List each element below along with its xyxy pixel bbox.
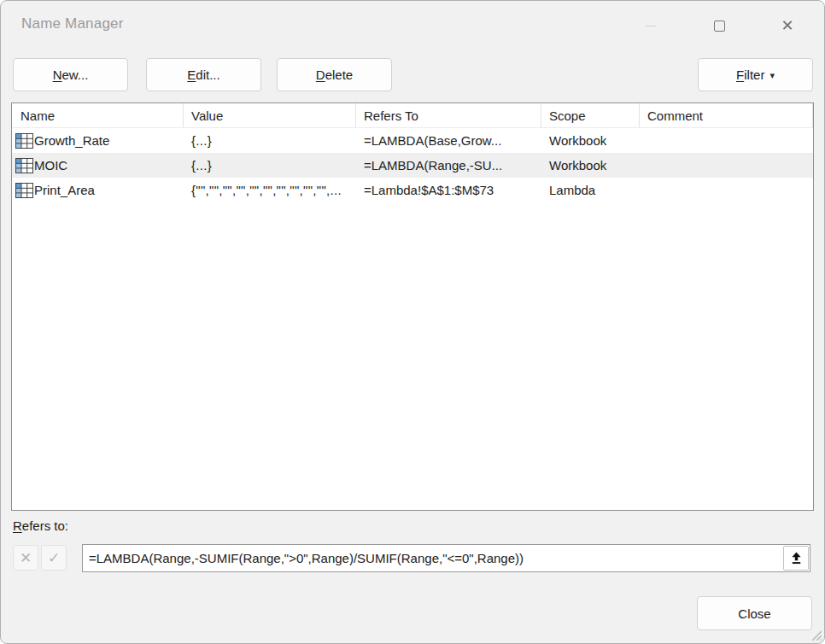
table-header-row: Name Value Refers To Scope Comment — [12, 103, 813, 128]
column-header-name[interactable]: Name — [12, 103, 184, 127]
defined-name-icon — [15, 133, 33, 149]
value-cell: {"","","","","","","","","","",... — [184, 183, 356, 197]
chevron-down-icon: ▾ — [769, 70, 775, 81]
close-button-label: Close — [738, 606, 770, 621]
scope-cell: Lambda — [541, 183, 640, 197]
defined-name-icon — [15, 183, 33, 198]
refers-to-input[interactable] — [82, 544, 810, 572]
scope-cell: Workbook — [541, 158, 640, 173]
filter-button-label: Filter — [736, 67, 764, 82]
table-row-growth-rate[interactable]: Growth_Rate {...} =LAMBDA(Base,Grow... W… — [12, 128, 813, 153]
scope-cell: Workbook — [541, 133, 640, 148]
name-cell: MOIC — [34, 158, 67, 173]
close-button[interactable]: Close — [697, 596, 812, 630]
column-header-comment[interactable]: Comment — [640, 103, 813, 127]
cancel-x-icon: ✕ — [20, 549, 32, 567]
refers-to-field-group — [82, 544, 810, 572]
edit-button-label: Edit... — [187, 67, 219, 82]
refers-to-cell: =LAMBDA(Base,Grow... — [356, 133, 541, 148]
new-button[interactable]: New... — [13, 58, 128, 91]
refers-to-cell: =Lambda!$A$1:$M$73 — [356, 183, 541, 197]
names-table: Name Value Refers To Scope Comment Growt… — [11, 102, 814, 511]
close-window-button[interactable]: ✕ — [775, 13, 800, 38]
filter-button[interactable]: Filter ▾ — [698, 58, 813, 91]
commit-formula-button[interactable]: ✓ — [41, 545, 67, 571]
table-row-print-area[interactable]: Print_Area {"","","","","","","","","","… — [12, 178, 813, 202]
minimize-button[interactable] — [638, 13, 664, 38]
edit-button[interactable]: Edit... — [146, 58, 261, 91]
name-cell: Print_Area — [34, 183, 95, 197]
minimize-icon — [646, 26, 656, 26]
defined-name-icon — [15, 158, 33, 173]
value-cell: {...} — [184, 158, 356, 173]
collapse-dialog-icon — [790, 552, 803, 565]
cancel-formula-button[interactable]: ✕ — [13, 545, 38, 571]
refers-to-cell: =LAMBDA(Range,-SU... — [356, 158, 541, 173]
column-header-refers-to[interactable]: Refers To — [356, 103, 541, 127]
title-bar: Name Manager ✕ — [1, 1, 824, 49]
delete-button-label: Delete — [316, 67, 353, 82]
checkmark-icon: ✓ — [48, 549, 60, 567]
maximize-icon — [714, 20, 725, 32]
new-button-label: New... — [53, 67, 89, 82]
name-cell: Growth_Rate — [34, 133, 109, 148]
column-header-scope[interactable]: Scope — [541, 103, 640, 127]
column-header-value[interactable]: Value — [184, 103, 356, 127]
window-controls: ✕ — [638, 13, 800, 38]
name-manager-dialog: Name Manager ✕ New... Edit... Delete Fil… — [0, 0, 825, 644]
value-cell: {...} — [184, 133, 356, 148]
resize-grip[interactable] — [809, 628, 822, 641]
table-row-moic[interactable]: MOIC {...} =LAMBDA(Range,-SU... Workbook — [12, 153, 813, 178]
maximize-button[interactable] — [706, 13, 732, 38]
dialog-title: Name Manager — [21, 15, 124, 32]
close-icon: ✕ — [781, 18, 793, 33]
refers-to-label: Refers to: — [13, 518, 68, 533]
delete-button[interactable]: Delete — [277, 58, 392, 91]
collapse-dialog-button[interactable] — [783, 546, 809, 571]
